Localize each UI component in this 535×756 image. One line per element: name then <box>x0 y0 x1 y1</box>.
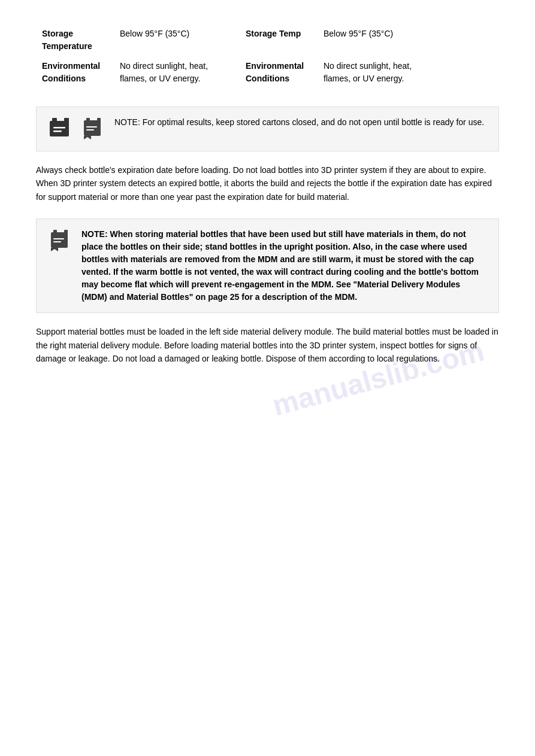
note-box-2: NOTE: When storing material bottles that… <box>36 218 499 313</box>
svg-marker-17 <box>51 248 58 251</box>
env-conditions-label2: Environmental Conditions <box>240 56 318 89</box>
storage-table: Storage Temperature Below 95°F (35°C) St… <box>36 24 499 89</box>
body-paragraph-1: Always check bottle's expiration date be… <box>36 163 499 204</box>
note-text-2: NOTE: When storing material bottles that… <box>81 228 486 303</box>
storage-temp-value1: Below 95°F (35°C) <box>114 24 240 56</box>
env-conditions-label: Environmental Conditions <box>36 56 114 89</box>
svg-rect-10 <box>86 129 94 130</box>
svg-rect-2 <box>64 118 69 123</box>
caution-icon-1 <box>49 116 72 142</box>
note-icon-1 <box>81 116 105 140</box>
svg-rect-13 <box>53 230 57 235</box>
svg-rect-3 <box>53 127 65 129</box>
svg-rect-14 <box>64 230 68 235</box>
svg-rect-0 <box>50 121 69 136</box>
svg-rect-15 <box>53 238 64 239</box>
env-conditions-value2: No direct sunlight, heat, flames, or UV … <box>318 56 443 89</box>
svg-rect-8 <box>97 118 101 123</box>
svg-rect-7 <box>86 118 90 123</box>
svg-rect-1 <box>52 118 57 123</box>
env-conditions-value1: No direct sunlight, heat, flames, or UV … <box>114 56 240 89</box>
svg-rect-9 <box>86 126 97 127</box>
storage-temp-label2: Storage Temp <box>240 24 318 56</box>
note-icon-2 <box>49 228 72 252</box>
body-paragraph-2: Support material bottles must be loaded … <box>36 325 499 365</box>
note-text-1: NOTE: For optimal results, keep stored c… <box>114 116 484 129</box>
storage-temp-value2: Below 95°F (35°C) <box>318 24 443 56</box>
svg-rect-4 <box>53 130 62 132</box>
svg-rect-16 <box>53 241 61 242</box>
note-box-1: NOTE: For optimal results, keep stored c… <box>36 107 499 151</box>
storage-temp-label: Storage Temperature <box>36 24 114 56</box>
page-content: Storage Temperature Below 95°F (35°C) St… <box>36 24 499 365</box>
svg-marker-11 <box>84 136 91 139</box>
